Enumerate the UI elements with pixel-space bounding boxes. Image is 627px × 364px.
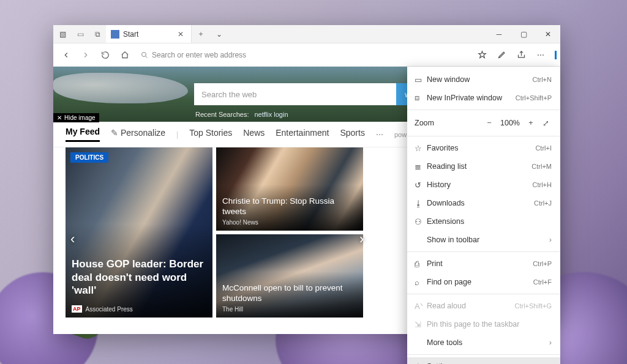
gear-icon: ⚙: [415, 362, 427, 365]
chevron-right-icon: ›: [549, 236, 552, 244]
favorites-button[interactable]: [473, 46, 491, 64]
tab-chevron-icon[interactable]: ⌄: [210, 25, 228, 43]
card-source: AP Associated Press: [72, 305, 133, 313]
menu-downloads[interactable]: ⭳ Downloads Ctrl+J: [407, 194, 560, 212]
tab-title: Start: [123, 30, 175, 39]
web-search-placeholder: Search the web: [201, 90, 257, 99]
zoom-out-button[interactable]: −: [482, 119, 497, 127]
tab-preview-icon[interactable]: ▭: [72, 25, 89, 43]
downloads-icon: ⭳: [415, 199, 427, 208]
category-badge: POLITICS: [70, 152, 108, 163]
powered-by-label: pow: [394, 131, 407, 138]
menu-open-indicator: [555, 51, 557, 59]
fullscreen-button[interactable]: ⤢: [538, 119, 553, 128]
feed-tab-personalize[interactable]: Personalize: [111, 128, 165, 141]
share-button[interactable]: [512, 46, 530, 64]
app-icon: ▧: [53, 25, 72, 43]
svg-point-0: [142, 52, 146, 56]
close-icon: ✕: [57, 114, 62, 121]
carousel-dots[interactable]: [90, 320, 166, 322]
menu-show-in-toolbar[interactable]: Show in toolbar ›: [407, 231, 560, 249]
minimize-button[interactable]: ─: [487, 25, 511, 43]
settings-menu: ▭ New window Ctrl+N ⧈ New InPrivate wind…: [407, 67, 560, 364]
carousel-prev-button[interactable]: ‹: [70, 231, 75, 247]
hide-image-button[interactable]: ✕Hide image: [53, 113, 99, 122]
menu-new-window[interactable]: ▭ New window Ctrl+N: [407, 70, 560, 89]
extensions-icon: ⚇: [415, 217, 427, 226]
feed-more-button[interactable]: ⋯: [376, 130, 383, 139]
card-mcconnell[interactable]: McConnell open to bill to prevent shutdo…: [216, 234, 363, 318]
chevron-right-icon: ›: [549, 338, 552, 347]
menu-settings[interactable]: ⚙ Settings: [407, 357, 560, 364]
card-source: Yahoo! News: [222, 219, 258, 226]
ap-logo-icon: AP: [72, 305, 82, 313]
notes-button[interactable]: [492, 46, 511, 64]
feed-tab-entertainment[interactable]: Entertainment: [276, 128, 329, 141]
feed-tab-topstories[interactable]: Top Stories: [189, 128, 232, 141]
search-icon: [141, 51, 148, 59]
navbar: Search or enter web address ⋯: [53, 43, 560, 67]
history-icon: ↺: [415, 180, 427, 190]
card-title: House GOP leader: Border deal doesn't ne…: [72, 258, 206, 297]
window-icon: ▭: [415, 75, 427, 84]
menu-find-on-page[interactable]: ⌕ Find on page Ctrl+F: [407, 273, 560, 291]
menu-print[interactable]: ⎙ Print Ctrl+P: [407, 254, 560, 273]
menu-new-inprivate[interactable]: ⧈ New InPrivate window Ctrl+Shift+P: [407, 89, 560, 107]
home-button[interactable]: [116, 46, 134, 64]
address-placeholder: Search or enter web address: [152, 51, 246, 59]
reading-list-icon: ≣: [415, 162, 427, 171]
menu-read-aloud: Aᐠ Read aloud Ctrl+Shift+G: [407, 297, 560, 315]
menu-zoom: Zoom − 100% + ⤢: [407, 113, 560, 133]
read-aloud-icon: Aᐠ: [415, 302, 427, 311]
tab-start[interactable]: Start ✕: [106, 25, 192, 43]
menu-favorites[interactable]: ☆ Favorites Ctrl+I: [407, 139, 560, 157]
forward-button[interactable]: [77, 46, 95, 64]
menu-more-tools[interactable]: More tools ›: [407, 333, 560, 352]
menu-pin-taskbar: ⇲ Pin this page to the taskbar: [407, 315, 560, 333]
pin-icon: ⇲: [415, 320, 427, 329]
back-button[interactable]: [57, 46, 75, 64]
card-title: McConnell open to bill to prevent shutdo…: [222, 283, 357, 304]
feed-tab-sports[interactable]: Sports: [340, 128, 364, 141]
print-icon: ⎙: [415, 259, 427, 269]
web-search-input[interactable]: Search the web: [194, 83, 396, 105]
menu-extensions[interactable]: ⚇ Extensions: [407, 212, 560, 231]
tab-close-icon[interactable]: ✕: [175, 30, 186, 39]
close-window-button[interactable]: ✕: [536, 25, 560, 43]
zoom-in-button[interactable]: +: [524, 119, 538, 127]
browser-window: ▧ ▭ ⧉ Start ✕ ＋ ⌄ ─ ▢ ✕: [53, 25, 560, 334]
card-source: The Hill: [222, 306, 243, 313]
card-title: Christie to Trump: Stop Russia tweets: [222, 196, 357, 217]
feed-tab-myfeed[interactable]: My Feed: [66, 127, 100, 142]
feed-tab-news[interactable]: News: [243, 128, 265, 141]
menu-reading-list[interactable]: ≣ Reading list Ctrl+M: [407, 157, 560, 176]
set-aside-tabs-icon[interactable]: ⧉: [89, 25, 106, 43]
card-house-gop[interactable]: POLITICS House GOP leader: Border deal d…: [66, 147, 212, 318]
recent-search-link[interactable]: netflix login: [255, 111, 288, 118]
new-tab-button[interactable]: ＋: [192, 25, 210, 43]
menu-history[interactable]: ↺ History Ctrl+H: [407, 176, 560, 194]
card-christie-trump[interactable]: Christie to Trump: Stop Russia tweets Ya…: [216, 147, 363, 231]
more-button[interactable]: ⋯: [531, 46, 550, 64]
maximize-button[interactable]: ▢: [511, 25, 536, 43]
inprivate-icon: ⧈: [415, 93, 427, 103]
search-icon: ⌕: [415, 278, 427, 287]
tab-favicon: [111, 30, 119, 39]
star-icon: ☆: [415, 144, 427, 153]
recent-searches: Recent Searches: netflix login: [195, 111, 288, 118]
zoom-value: 100%: [497, 119, 524, 127]
refresh-button[interactable]: [96, 46, 115, 64]
address-bar[interactable]: Search or enter web address: [135, 46, 471, 64]
titlebar: ▧ ▭ ⧉ Start ✕ ＋ ⌄ ─ ▢ ✕: [53, 25, 560, 43]
carousel-next-button[interactable]: ›: [359, 231, 364, 247]
